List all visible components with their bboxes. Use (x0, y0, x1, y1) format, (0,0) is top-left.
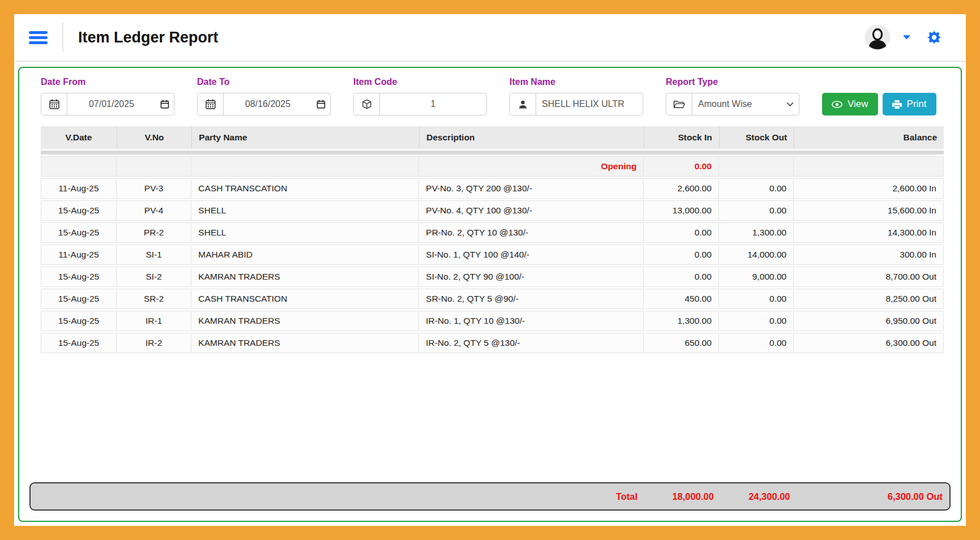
eye-icon (832, 101, 842, 108)
table-cell: IR-2 (117, 333, 191, 353)
date-to-label: Date To (197, 77, 331, 87)
item-code-label: Item Code (353, 77, 487, 87)
table-cell: SR-No. 2, QTY 5 @90/- (419, 289, 644, 309)
table-cell (794, 156, 944, 177)
column-header-vno[interactable]: V.No (117, 126, 191, 149)
column-header-description[interactable]: Description (419, 126, 644, 149)
opening-stock-in: 0.00 (644, 156, 718, 177)
item-name-input[interactable]: SHELL HELIX ULTR (510, 93, 643, 115)
print-button[interactable]: Print (883, 93, 936, 115)
table-cell: 15-Aug-25 (41, 311, 117, 331)
opening-label: Opening (419, 156, 644, 177)
calendar-icon (198, 93, 224, 115)
item-code-value: 1 (380, 99, 486, 109)
total-bar: Total 18,000.00 24,300.00 6,300.00 Out (29, 482, 951, 511)
table-row: 15-Aug-25PV-4SHELLPV-No. 4, QTY 100 @130… (41, 200, 944, 221)
column-header-party-name[interactable]: Party Name (191, 126, 419, 149)
table-cell: 300.00 In (794, 245, 944, 265)
view-button[interactable]: View (822, 93, 878, 115)
table-header-row: V.Date V.No Party Name Description Stock… (41, 126, 944, 149)
table-cell: 15-Aug-25 (41, 222, 117, 243)
table-cell: 650.00 (644, 333, 718, 353)
table-cell: 0.00 (644, 267, 718, 287)
table-cell (191, 156, 419, 177)
table-cell: 0.00 (644, 222, 718, 243)
filter-bar: Date From 07/01/2025 Date To (19, 77, 961, 115)
table-cell (117, 156, 191, 177)
table-cell: KAMRAN TRADERS (191, 267, 419, 287)
table-cell: 1,300.00 (644, 311, 718, 331)
table-cell: 6,950.00 Out (794, 311, 944, 331)
report-type-label: Report Type (666, 77, 799, 87)
filter-date-to: Date To 08/16/2025 (197, 77, 331, 115)
table-cell (41, 156, 117, 177)
spacer-cell (41, 151, 944, 155)
filter-date-from: Date From 07/01/2025 (41, 77, 174, 115)
app-header: Item Ledger Report (14, 14, 966, 62)
table-cell: 6,300.00 Out (794, 333, 944, 353)
table-row: 15-Aug-25PR-2SHELLPR-No. 2, QTY 10 @130/… (41, 222, 944, 243)
person-icon (510, 93, 536, 115)
table-cell: 9,000.00 (719, 267, 794, 287)
table-cell: 11-Aug-25 (41, 245, 117, 265)
date-to-input[interactable]: 08/16/2025 (197, 93, 331, 115)
table-cell: SI-No. 2, QTY 90 @100/- (419, 267, 644, 287)
table-cell: SR-2 (117, 289, 191, 309)
table-cell: KAMRAN TRADERS (191, 311, 419, 331)
table-cell: 8,700.00 Out (794, 267, 944, 287)
table-cell: 0.00 (719, 333, 794, 353)
table-cell: CASH TRANSCATION (191, 178, 419, 199)
date-picker-icon[interactable] (312, 100, 330, 109)
table-row: 15-Aug-25SI-2KAMRAN TRADERSSI-No. 2, QTY… (41, 267, 944, 287)
cube-icon (354, 93, 380, 115)
report-type-select[interactable]: Amount Wise (666, 93, 799, 115)
folder-open-icon (666, 93, 692, 115)
date-from-label: Date From (41, 77, 174, 87)
printer-icon (892, 100, 902, 109)
date-picker-icon[interactable] (156, 100, 174, 109)
table-cell: PR-No. 2, QTY 10 @130/- (419, 222, 644, 243)
table-cell: 15-Aug-25 (41, 267, 117, 287)
table-cell: PV-No. 4, QTY 100 @130/- (419, 200, 644, 221)
table-cell: 0.00 (719, 200, 794, 221)
print-button-label: Print (907, 98, 927, 110)
table-cell: SI-1 (117, 245, 191, 265)
spacer-row (41, 151, 944, 155)
chevron-down-icon[interactable] (903, 35, 910, 40)
column-header-vdate[interactable]: V.Date (41, 126, 117, 149)
filter-item-code: Item Code 1 (353, 77, 487, 115)
table-row: 15-Aug-25IR-1KAMRAN TRADERSIR-No. 1, QTY… (41, 311, 944, 331)
table-cell: 1,300.00 (719, 222, 794, 243)
table-cell: 2,600.00 (644, 178, 718, 199)
table-cell: IR-1 (117, 311, 191, 331)
table-cell: 11-Aug-25 (41, 178, 117, 199)
column-header-balance[interactable]: Balance (794, 126, 944, 149)
table-cell: 2,600.00 In (794, 178, 944, 199)
table-cell: SI-2 (117, 267, 191, 287)
calendar-icon (41, 93, 67, 115)
table-cell: MAHAR ABID (191, 245, 419, 265)
gear-icon[interactable] (927, 31, 941, 44)
menu-icon[interactable] (27, 29, 50, 46)
page-title: Item Ledger Report (78, 29, 219, 46)
page-frame: Item Ledger Report (0, 0, 980, 540)
column-header-stock-out[interactable]: Stock Out (719, 126, 794, 149)
column-header-stock-in[interactable]: Stock In (644, 126, 718, 149)
empty-space (19, 355, 961, 482)
ledger-table-body: Opening 0.00 11-Aug-25PV-3CASH TRANSCATI… (41, 151, 944, 353)
item-name-value: SHELL HELIX ULTR (536, 99, 643, 109)
table-cell: 15-Aug-25 (41, 200, 117, 221)
opening-row: Opening 0.00 (41, 156, 944, 177)
avatar[interactable] (865, 24, 891, 50)
table-cell: PV-3 (117, 178, 191, 199)
table-cell (719, 156, 794, 177)
table-cell: 450.00 (644, 289, 718, 309)
item-code-input[interactable]: 1 (353, 93, 487, 115)
table-cell: IR-No. 2, QTY 5 @130/- (419, 333, 644, 353)
date-from-input[interactable]: 07/01/2025 (41, 93, 174, 115)
total-balance: 6,300.00 Out (797, 491, 949, 502)
table-row: 15-Aug-25SR-2CASH TRANSCATIONSR-No. 2, Q… (41, 289, 944, 309)
table-row: 11-Aug-25SI-1MAHAR ABIDSI-No. 1, QTY 100… (41, 245, 944, 265)
total-stock-out: 24,300.00 (721, 491, 797, 502)
total-stock-in: 18,000.00 (644, 491, 721, 502)
